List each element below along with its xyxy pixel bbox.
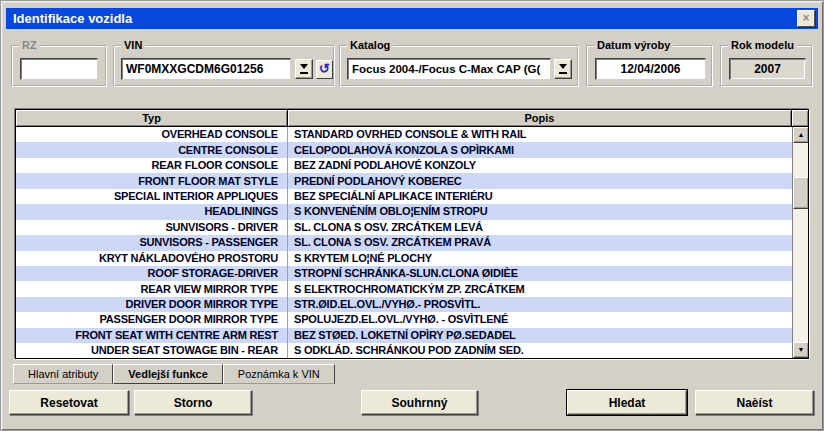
column-header-popis[interactable]: Popis [288,110,792,126]
cell-popis: S ODKLÁD. SCHRÁNKOU POD ZADNÍM SED. [288,343,808,358]
vin-dropdown-button[interactable] [295,59,313,79]
rz-input[interactable] [20,58,98,80]
title-bar[interactable]: Identifikace vozidla × [6,8,818,29]
katalog-input[interactable] [347,58,551,80]
cell-typ: SUNVISORS - DRIVER [16,220,288,235]
scrollbar-thumb[interactable] [793,177,809,209]
cell-popis: SPOLUJEZD.EL.OVL./VYHØ. - OSVÌTLENÉ [288,312,808,327]
storno-button[interactable]: Storno [134,390,252,415]
vehicle-identification-dialog: Identifikace vozidla × RZ VIN ↺ Katalog … [0,0,824,431]
table-row[interactable]: FRONT SEAT WITH CENTRE ARM REST BEZ STØE… [16,328,808,343]
nacist-button[interactable]: Naèíst [695,390,814,415]
rok-modelu-label: Rok modelu [728,39,797,52]
rz-group: RZ [11,45,107,87]
resetovat-button[interactable]: Resetovat [9,390,129,415]
cell-popis: STR.ØID.EL.OVL./VYHØ.- PROSVÌTL. [288,297,808,312]
tab-vedlej-funkce[interactable]: Vedlejší funkce [113,364,222,384]
table-row[interactable]: DRIVER DOOR MIRROR TYPE STR.ØID.EL.OVL./… [16,297,808,312]
datum-vyroby-label: Datum výroby [594,39,673,52]
table-body: OVERHEAD CONSOLE STANDARD OVRHED CONSOLE… [16,127,808,359]
table-row[interactable]: ROOF STORAGE-DRIVER STROPNÍ SCHRÁNKA-SLU… [16,266,808,281]
scroll-down-icon[interactable]: ▼ [793,342,809,358]
vin-history-button[interactable]: ↺ [316,60,333,79]
table-row[interactable]: HEADLININGS S KONVENÈNÍM OBLO¦ENÍM STROP… [16,204,808,219]
table-row[interactable]: FRONT FLOOR MAT STYLE PREDNÍ PODLAHOVÝ K… [16,173,808,188]
rok-modelu-group: Rok modelu 2007 [720,45,813,87]
cell-typ: SPECIAL INTERIOR APPLIQUES [16,189,288,204]
rok-modelu-value: 2007 [729,58,806,80]
cell-popis: SL. CLONA S OSV. ZRCÁTKEM LEVÁ [288,220,808,235]
table-header: Typ Popis [16,110,808,127]
cell-popis: S KONVENÈNÍM OBLO¦ENÍM STROPU [288,204,808,219]
table-row[interactable]: REAR VIEW MIRROR TYPE S ELEKTROCHROMATIC… [16,281,808,296]
souhrnny-button[interactable]: Souhrnný [361,390,478,415]
cell-popis: SL. CLONA S OSV. ZRCÁTKEM PRAVÁ [288,235,808,250]
tab-hlavn-atributy[interactable]: Hlavní atributy [13,364,113,384]
vertical-scrollbar[interactable]: ▲ ▼ [792,127,808,358]
table-row[interactable]: OVERHEAD CONSOLE STANDARD OVRHED CONSOLE… [16,127,808,142]
dropdown-underline [559,72,567,74]
cell-typ: DRIVER DOOR MIRROR TYPE [16,297,288,312]
vin-group: VIN ↺ [113,45,335,87]
table-row[interactable]: SPECIAL INTERIOR APPLIQUES BEZ SPECIÁLNÍ… [16,189,808,204]
table-row[interactable]: SUNVISORS - PASSENGER SL. CLONA S OSV. Z… [16,235,808,250]
tab-pozn-mka-k-vin[interactable]: Poznámka k VIN [223,364,335,384]
cell-typ: ROOF STORAGE-DRIVER [16,266,288,281]
attributes-table: Typ Popis OVERHEAD CONSOLE STANDARD OVRH… [15,109,809,359]
datum-vyroby-group: Datum výroby [586,45,713,87]
katalog-label: Katalog [347,39,393,52]
tabs: Hlavní atributyVedlejší funkcePoznámka k… [13,364,335,384]
cell-typ: PASSENGER DOOR MIRROR TYPE [16,312,288,327]
cell-typ: UNDER SEAT STOWAGE BIN - REAR [16,343,288,358]
cell-typ: SUNVISORS - PASSENGER [16,235,288,250]
cell-typ: FRONT SEAT WITH CENTRE ARM REST [16,328,288,343]
cell-popis: BEZ ZADNÍ PODLAHOVÉ KONZOLY [288,158,808,173]
table-row[interactable]: REAR FLOOR CONSOLE BEZ ZADNÍ PODLAHOVÉ K… [16,158,808,173]
cell-popis: S ELEKTROCHROMATICKÝM ZP. ZRCÁTKEM [288,281,808,296]
cell-typ: CENTRE CONSOLE [16,142,288,157]
cell-typ: KRYT NÁKLADOVÉHO PROSTORU [16,251,288,266]
table-row[interactable]: UNDER SEAT STOWAGE BIN - REAR S ODKLÁD. … [16,343,808,358]
vin-label: VIN [121,39,145,52]
table-row[interactable]: PASSENGER DOOR MIRROR TYPE SPOLUJEZD.EL.… [16,312,808,327]
hledat-button[interactable]: Hledat [567,390,687,415]
katalog-dropdown-button[interactable] [554,59,572,79]
table-row[interactable]: SUNVISORS - DRIVER SL. CLONA S OSV. ZRCÁ… [16,220,808,235]
cell-typ: REAR VIEW MIRROR TYPE [16,281,288,296]
table-row[interactable]: KRYT NÁKLADOVÉHO PROSTORU S KRYTEM LO¦NÉ… [16,251,808,266]
cell-typ: FRONT FLOOR MAT STYLE [16,173,288,188]
cell-popis: STANDARD OVRHED CONSOLE & WITH RAIL [288,127,808,142]
cell-popis: S KRYTEM LO¦NÉ PLOCHY [288,251,808,266]
cell-typ: OVERHEAD CONSOLE [16,127,288,142]
cell-popis: BEZ STØED. LOKETNÍ OPÌRY PØ.SEDADEL [288,328,808,343]
cell-popis: STROPNÍ SCHRÁNKA-SLUN.CLONA ØIDIÈE [288,266,808,281]
katalog-group: Katalog [339,45,579,87]
vin-input[interactable] [121,58,291,80]
cell-popis: PREDNÍ PODLAHOVÝ KOBEREC [288,173,808,188]
cell-typ: HEADLININGS [16,204,288,219]
refresh-icon: ↺ [319,61,330,76]
column-header-typ[interactable]: Typ [16,110,288,126]
cell-popis: BEZ SPECIÁLNÍ APLIKACE INTERIÉRU [288,189,808,204]
cell-popis: CELOPODLAHOVÁ KONZOLA S OPÌRKAMI [288,142,808,157]
close-icon[interactable]: × [797,10,815,27]
cell-typ: REAR FLOOR CONSOLE [16,158,288,173]
dialog-title: Identifikace vozidla [13,11,132,26]
scrollbar-track[interactable] [793,143,808,342]
rz-label: RZ [19,39,40,52]
table-row[interactable]: CENTRE CONSOLE CELOPODLAHOVÁ KONZOLA S O… [16,142,808,157]
header-corner [792,110,808,126]
dropdown-underline [300,72,308,74]
datum-vyroby-input[interactable] [595,58,706,80]
scroll-up-icon[interactable]: ▲ [793,127,809,143]
